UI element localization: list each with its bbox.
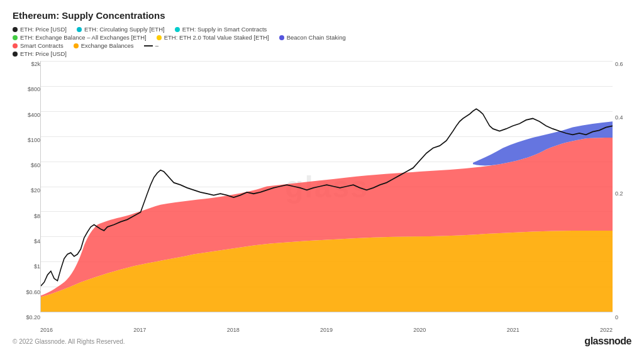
legend-dot-eth2	[157, 35, 162, 40]
legend-item-smart-contracts: Smart Contracts	[13, 42, 64, 49]
legend-item-price: ETH: Price [USD]	[13, 26, 67, 33]
chart-area: glass	[40, 61, 613, 312]
legend-dot-exchange-bal	[13, 35, 18, 40]
legend-item-circulating: ETH: Circulating Supply [ETH]	[77, 26, 165, 33]
legend-dot-exchange-balances	[74, 43, 79, 48]
legend-item-exchange-balances: Exchange Balances	[74, 42, 134, 49]
legend-dot-beacon	[279, 35, 284, 40]
legend-dot-circulating	[77, 27, 82, 32]
footer: © 2022 Glassnode. All Rights Reserved. g…	[13, 336, 631, 347]
legend-dot-price	[13, 27, 18, 32]
y-axis-right: 0.6 0.4 0.2 0	[613, 61, 631, 333]
chart-wrapper: $2k $800 $400 $100 $60 $20 $8 $4 $1 $0.6…	[13, 61, 631, 333]
chart-svg	[41, 61, 613, 312]
y-axis-left: $2k $800 $400 $100 $60 $20 $8 $4 $1 $0.6…	[13, 61, 40, 333]
chart-title: Ethereum: Supply Concentrations	[13, 10, 631, 21]
legend-item-price2: ETH: Price [USD]	[13, 50, 67, 57]
legend-item-exchange-bal: ETH: Exchange Balance – All Exchanges [E…	[13, 34, 147, 41]
main-container: Ethereum: Supply Concentrations ETH: Pri…	[0, 0, 644, 362]
legend-dash	[144, 45, 153, 47]
legend-dot-smart-supply	[175, 27, 180, 32]
legend-item-smart-supply: ETH: Supply in Smart Contracts	[175, 26, 267, 33]
legend-item-eth2: ETH: ETH 2.0 Total Value Staked [ETH]	[157, 34, 269, 41]
chart-legend: ETH: Price [USD] ETH: Circulating Supply…	[13, 26, 631, 57]
legend-item-dash: –	[144, 42, 158, 49]
x-axis: 2016 2017 2018 2019 2020 2021 2022	[40, 325, 613, 333]
copyright-text: © 2022 Glassnode. All Rights Reserved.	[13, 338, 125, 345]
legend-dot-price2	[13, 52, 18, 57]
legend-dot-smart-contracts	[13, 43, 18, 48]
legend-item-beacon: Beacon Chain Staking	[279, 34, 346, 41]
glassnode-brand: glassnode	[584, 336, 631, 347]
